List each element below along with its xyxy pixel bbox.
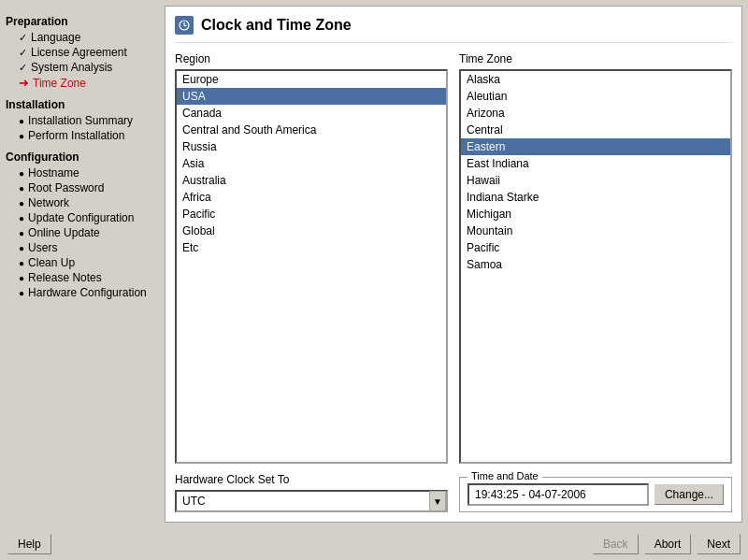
sidebar-item-label: Clean Up	[28, 256, 75, 269]
check-icon: ✓	[19, 62, 27, 74]
region-label: Region	[175, 52, 448, 65]
sidebar-item-label: Hardware Configuration	[28, 286, 147, 299]
sidebar-item-release-notes[interactable]: ● Release Notes	[6, 270, 153, 285]
check-icon: ✓	[19, 32, 27, 44]
sidebar-item-root-password[interactable]: ● Root Password	[6, 180, 153, 195]
sidebar-item-label: License Agreement	[31, 46, 127, 59]
list-item-selected[interactable]: USA	[177, 88, 446, 105]
list-item[interactable]: Africa	[177, 189, 446, 206]
sidebar-item-label: System Analysis	[31, 61, 112, 74]
sidebar-item-label: Network	[28, 196, 69, 209]
arrow-icon: ➜	[19, 76, 29, 90]
sidebar-item-hardware-configuration[interactable]: ● Hardware Configuration	[6, 285, 153, 300]
list-item[interactable]: Global	[177, 223, 446, 239]
next-button[interactable]: Next	[697, 534, 741, 554]
list-item[interactable]: East Indiana	[461, 155, 730, 172]
bullet-icon: ●	[19, 183, 24, 194]
sidebar: Preparation ✓ Language ✓ License Agreeme…	[0, 0, 159, 528]
list-item[interactable]: Hawaii	[461, 172, 730, 189]
sidebar-item-label: Language	[31, 31, 80, 44]
check-icon: ✓	[19, 47, 27, 59]
region-section: Region Europe USA Canada Central and Sou…	[175, 52, 448, 464]
bullet-icon: ●	[19, 213, 24, 223]
sidebar-item-label: Release Notes	[28, 271, 102, 284]
bullet-icon: ●	[19, 288, 24, 298]
footer-right: Back Abort Next	[593, 534, 741, 554]
region-listbox[interactable]: Europe USA Canada Central and South Amer…	[175, 69, 448, 464]
bottom-row: Hardware Clock Set To UTC Local ▼ Time a…	[175, 473, 732, 512]
sidebar-item-users[interactable]: ● Users	[6, 240, 153, 255]
list-item[interactable]: Australia	[177, 172, 446, 189]
list-item[interactable]: Samoa	[461, 256, 730, 273]
content-area: Clock and Time Zone Region Europe USA Ca…	[159, 0, 748, 528]
timezone-section: Time Zone Alaska Aleutian Arizona Centra…	[459, 52, 732, 464]
bullet-icon: ●	[19, 168, 24, 179]
bullet-icon: ●	[19, 131, 24, 141]
list-item[interactable]: Canada	[177, 105, 446, 122]
timezone-label: Time Zone	[459, 52, 732, 65]
sidebar-item-time-zone[interactable]: ➜ Time Zone	[6, 75, 153, 91]
footer-left: Help	[7, 534, 51, 554]
sidebar-item-perform-installation[interactable]: ● Perform Installation	[6, 128, 153, 143]
time-date-section: Time and Date 19:43:25 - 04-07-2006 Chan…	[459, 477, 732, 512]
hw-clock-select-wrapper: UTC Local ▼	[175, 490, 448, 512]
sidebar-item-system-analysis[interactable]: ✓ System Analysis	[6, 60, 153, 75]
list-item[interactable]: Central	[461, 122, 730, 138]
sidebar-item-online-update[interactable]: ● Online Update	[6, 225, 153, 240]
hw-clock-section: Hardware Clock Set To UTC Local ▼	[175, 473, 448, 512]
list-item[interactable]: Indiana Starke	[461, 189, 730, 206]
help-button[interactable]: Help	[7, 534, 51, 554]
sidebar-item-hostname[interactable]: ● Hostname	[6, 165, 153, 180]
sidebar-item-label: Perform Installation	[28, 129, 124, 142]
sidebar-item-label: Time Zone	[33, 77, 86, 90]
sidebar-item-license[interactable]: ✓ License Agreement	[6, 45, 153, 60]
sidebar-item-label: Online Update	[28, 226, 100, 239]
timezone-listbox[interactable]: Alaska Aleutian Arizona Central Eastern …	[459, 69, 732, 464]
preparation-section-title: Preparation	[6, 15, 153, 28]
list-item[interactable]: Mountain	[461, 223, 730, 239]
list-item[interactable]: Arizona	[461, 105, 730, 122]
time-date-value: 19:43:25 - 04-07-2006	[468, 483, 649, 506]
clock-icon	[175, 16, 194, 35]
bullet-icon: ●	[19, 228, 24, 238]
list-item[interactable]: Alaska	[461, 71, 730, 88]
bullet-icon: ●	[19, 273, 24, 283]
panel: Clock and Time Zone Region Europe USA Ca…	[165, 6, 742, 523]
bullet-icon: ●	[19, 116, 24, 126]
sidebar-item-label: Users	[28, 241, 57, 254]
sidebar-item-label: Root Password	[28, 181, 104, 194]
sidebar-item-label: Installation Summary	[28, 114, 133, 127]
list-item[interactable]: Michigan	[461, 206, 730, 223]
sidebar-item-installation-summary[interactable]: ● Installation Summary	[6, 113, 153, 128]
sidebar-item-label: Hostname	[28, 166, 79, 179]
abort-button[interactable]: Abort	[644, 534, 692, 554]
panel-title: Clock and Time Zone	[201, 17, 352, 34]
list-item[interactable]: Pacific	[177, 206, 446, 223]
hw-clock-select[interactable]: UTC Local	[175, 490, 448, 512]
list-item[interactable]: Asia	[177, 155, 446, 172]
panel-title-bar: Clock and Time Zone	[175, 16, 732, 43]
sidebar-item-network[interactable]: ● Network	[6, 195, 153, 210]
list-item[interactable]: Central and South America	[177, 122, 446, 138]
list-item[interactable]: Pacific	[461, 239, 730, 256]
time-date-group-label: Time and Date	[468, 470, 542, 481]
list-item[interactable]: Aleutian	[461, 88, 730, 105]
back-button[interactable]: Back	[593, 534, 639, 554]
sidebar-item-language[interactable]: ✓ Language	[6, 30, 153, 45]
list-item[interactable]: Russia	[177, 138, 446, 155]
installation-section-title: Installation	[6, 98, 153, 111]
change-button[interactable]: Change...	[654, 484, 724, 505]
bullet-icon: ●	[19, 198, 24, 208]
sidebar-item-update-configuration[interactable]: ● Update Configuration	[6, 210, 153, 225]
hw-clock-label: Hardware Clock Set To	[175, 473, 448, 486]
configuration-section-title: Configuration	[6, 151, 153, 164]
time-date-group: Time and Date 19:43:25 - 04-07-2006 Chan…	[459, 477, 732, 512]
sidebar-item-clean-up[interactable]: ● Clean Up	[6, 255, 153, 270]
bullet-icon: ●	[19, 258, 24, 268]
list-item[interactable]: Etc	[177, 239, 446, 256]
panel-body: Region Europe USA Canada Central and Sou…	[175, 52, 732, 464]
list-item-selected[interactable]: Eastern	[461, 138, 730, 155]
sidebar-item-label: Update Configuration	[28, 211, 134, 224]
list-item[interactable]: Europe	[177, 71, 446, 88]
bullet-icon: ●	[19, 243, 24, 253]
